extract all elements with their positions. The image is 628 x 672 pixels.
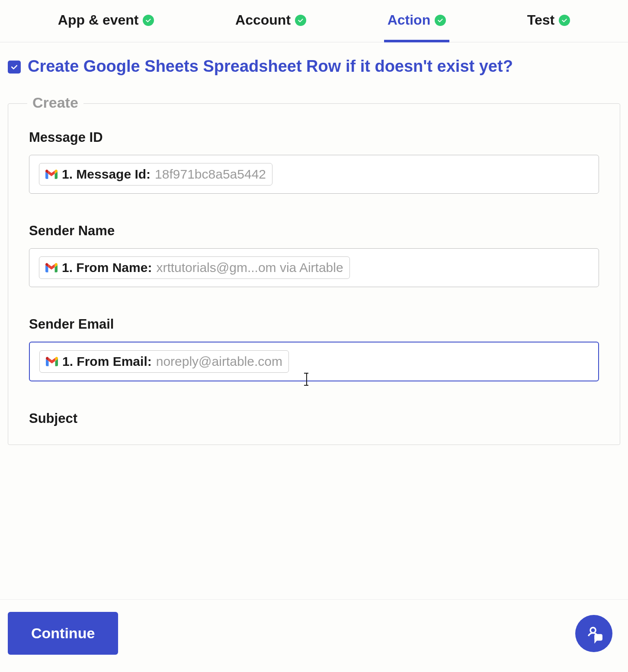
tab-app-event[interactable]: App & event xyxy=(58,12,154,42)
pill-prefix: 1. Message Id: xyxy=(62,167,151,182)
tab-label: Account xyxy=(235,12,291,28)
fieldset-legend: Create xyxy=(27,94,83,111)
create-if-not-exist-checkbox[interactable] xyxy=(8,61,21,74)
create-if-not-exist-option: Create Google Sheets Spreadsheet Row if … xyxy=(8,55,620,77)
help-chat-button[interactable] xyxy=(575,615,612,652)
field-label: Subject xyxy=(29,411,599,426)
pill-prefix: 1. From Name: xyxy=(62,260,152,275)
tab-label: Action xyxy=(388,12,431,28)
field-label: Sender Name xyxy=(29,223,599,239)
check-circle-icon xyxy=(559,15,570,26)
field-subject: Subject xyxy=(29,411,599,426)
pill-prefix: 1. From Email: xyxy=(62,354,152,369)
gmail-icon xyxy=(45,263,58,272)
svg-rect-1 xyxy=(595,634,602,640)
headset-chat-icon xyxy=(584,624,604,643)
mapped-value-pill[interactable]: 1. From Name: xrttutorials@gm...om via A… xyxy=(39,256,350,279)
tab-test[interactable]: Test xyxy=(527,12,570,42)
continue-button[interactable]: Continue xyxy=(8,612,118,655)
step-tabs: App & event Account Action Test xyxy=(0,0,628,42)
pill-value: xrttutorials@gm...om via Airtable xyxy=(156,260,343,275)
create-if-not-exist-label: Create Google Sheets Spreadsheet Row if … xyxy=(28,55,513,77)
gmail-icon xyxy=(45,170,58,179)
tab-label: App & event xyxy=(58,12,139,28)
check-circle-icon xyxy=(435,15,446,26)
field-label: Sender Email xyxy=(29,317,599,332)
pill-value: 18f971bc8a5a5442 xyxy=(155,167,266,182)
tab-label: Test xyxy=(527,12,554,28)
field-sender-email: Sender Email 1. From Email: noreply@airt… xyxy=(29,317,599,381)
create-fieldset: Create Message ID 1. Message Id: 18f971b… xyxy=(8,103,620,445)
check-circle-icon xyxy=(143,15,154,26)
check-circle-icon xyxy=(295,15,306,26)
field-message-id: Message ID 1. Message Id: 18f971bc8a5a54… xyxy=(29,130,599,194)
svg-point-0 xyxy=(590,627,596,633)
sender-name-input[interactable]: 1. From Name: xrttutorials@gm...om via A… xyxy=(29,248,599,287)
sender-email-input[interactable]: 1. From Email: noreply@airtable.com xyxy=(29,342,599,381)
field-label: Message ID xyxy=(29,130,599,145)
tab-account[interactable]: Account xyxy=(235,12,306,42)
gmail-icon xyxy=(46,357,58,366)
message-id-input[interactable]: 1. Message Id: 18f971bc8a5a5442 xyxy=(29,155,599,194)
field-sender-name: Sender Name 1. From Name: xrttutorials@g… xyxy=(29,223,599,287)
form-body: Create Google Sheets Spreadsheet Row if … xyxy=(0,42,628,445)
pill-value: noreply@airtable.com xyxy=(156,354,282,369)
mapped-value-pill[interactable]: 1. From Email: noreply@airtable.com xyxy=(39,350,289,373)
mapped-value-pill[interactable]: 1. Message Id: 18f971bc8a5a5442 xyxy=(39,163,272,186)
footer-bar: Continue xyxy=(0,599,628,672)
tab-action[interactable]: Action xyxy=(388,12,446,42)
